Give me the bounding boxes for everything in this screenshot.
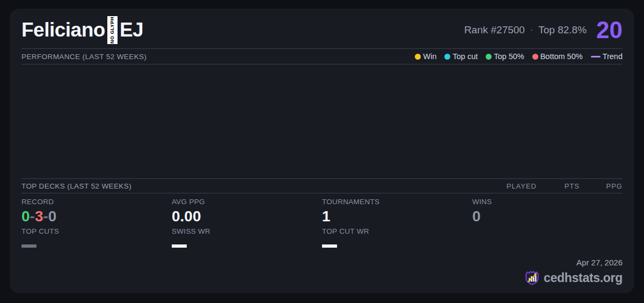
legend-item-top-cut[interactable]: Top cut [444,52,478,61]
top50-dot-icon [486,54,492,60]
legend-item-bottom50[interactable]: Bottom 50% [532,52,583,61]
legend-label: Bottom 50% [540,52,583,61]
column-header-pts: PTS [537,182,580,190]
tournaments-value: 1 [322,207,472,225]
stat-label: AVG PPG [172,198,322,206]
trend-line-icon [591,56,601,57]
legend-item-trend[interactable]: Trend [591,52,623,61]
player-suffix: EJ [120,19,143,41]
stat-label: RECORD [21,198,172,206]
top-cut-wr-value: — [322,224,337,263]
rank-number: Rank #27500 [464,24,525,36]
player-name: Feliciano [21,19,105,41]
top-decks-header-row: TOP DECKS (LAST 52 WEEKS) PLAYED PTS PPG [21,179,623,193]
stat-label: WINS [472,198,623,206]
top-percent: Top 82.8% [538,24,587,36]
stat-tournaments: TOURNAMENTS 1 [322,198,472,225]
avg-ppg-value: 0.00 [172,207,322,225]
card-header: Feliciano NO GLYPH EJ Rank #27500 · Top … [21,9,623,48]
site-brand: cedhstats.org [525,270,623,286]
legend-label: Top 50% [494,52,524,61]
column-header-ppg: PPG [580,182,623,190]
stat-top-cut-wr: TOP CUT WR — [322,227,472,255]
legend-item-top50[interactable]: Top 50% [486,52,524,61]
record-separator: - [30,208,35,225]
performance-section-title: PERFORMANCE (LAST 52 WEEKS) [21,53,147,61]
stat-label: TOURNAMENTS [322,198,472,206]
legend-item-win[interactable]: Win [415,52,436,61]
generated-date: Apr 27, 2026 [576,258,623,267]
page-title: Feliciano NO GLYPH EJ [21,16,143,44]
wins-value: 0 [472,207,623,225]
card-footer: Apr 27, 2026 cedhstats.org [472,257,623,286]
bottom50-dot-icon [532,54,538,60]
stat-top-cuts: TOP CUTS — [21,227,172,255]
stat-record: RECORD 0-3-0 [21,198,172,225]
rank-summary: Rank #27500 · Top 82.8% 20 [464,19,623,41]
performance-chart-area [21,64,623,178]
missing-glyph-box: NO GLYPH [107,16,118,44]
legend-label: Top cut [452,52,478,61]
site-name: cedhstats.org [544,271,623,285]
record-value: 0-3-0 [21,207,172,225]
win-dot-icon [415,54,421,60]
top-cuts-value: — [21,224,36,263]
stat-label: TOP CUT WR [322,227,472,235]
score-value: 20 [596,19,623,41]
cedhstats-shield-logo-icon [525,270,539,286]
record-losses: 3 [35,208,43,225]
record-separator: - [43,208,48,225]
legend-label: Trend [603,52,623,61]
record-wins: 0 [21,208,30,225]
player-stats-card: Feliciano NO GLYPH EJ Rank #27500 · Top … [10,9,634,293]
stat-wins: WINS 0 [472,198,623,225]
stat-swiss-wr: SWISS WR — [172,227,322,255]
column-header-played: PLAYED [494,182,537,190]
missing-glyph-label: NO GLYPH [109,17,115,44]
record-draws: 0 [48,208,57,225]
performance-header-row: PERFORMANCE (LAST 52 WEEKS) Win Top cut … [21,49,623,64]
stats-grid: RECORD 0-3-0 AVG PPG 0.00 TOURNAMENTS 1 … [21,193,623,293]
rank-line: Rank #27500 · Top 82.8% [464,24,587,36]
stat-label: SWISS WR [172,227,322,235]
top-cut-dot-icon [444,54,450,60]
stat-label: TOP CUTS [21,227,172,235]
chart-legend: Win Top cut Top 50% Bottom 50% Trend [415,52,623,61]
swiss-wr-value: — [172,224,187,263]
top-decks-section-title: TOP DECKS (LAST 52 WEEKS) [21,182,131,190]
top-decks-column-headers: PLAYED PTS PPG [494,182,623,190]
rank-separator: · [530,25,533,35]
stat-avg-ppg: AVG PPG 0.00 [172,198,322,225]
legend-label: Win [423,52,436,61]
